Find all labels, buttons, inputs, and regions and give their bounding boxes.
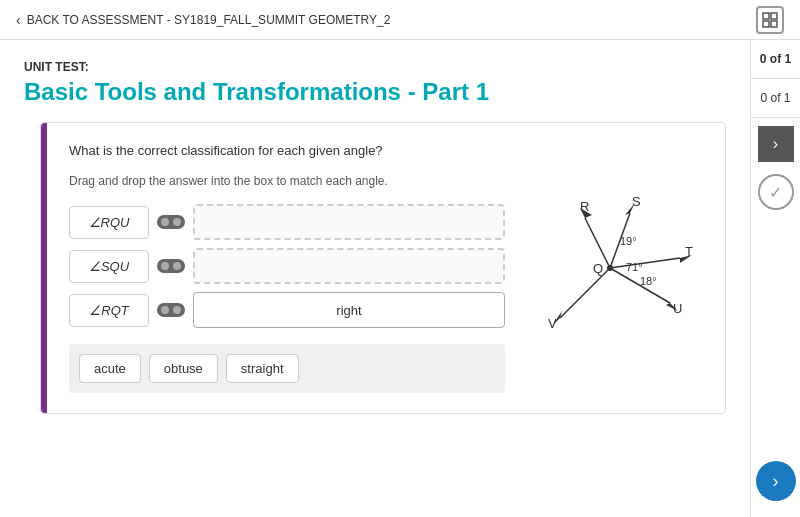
svg-text:Q: Q	[593, 261, 603, 276]
svg-line-9	[610, 258, 680, 268]
top-nav: ‹ BACK TO ASSESSMENT - SY1819_FALL_SUMMI…	[0, 0, 800, 40]
diagram-area: R S T U V Q 19° 71° 18°	[525, 143, 705, 393]
table-row: ∠RQT right	[69, 292, 505, 328]
option-acute[interactable]: acute	[79, 354, 141, 383]
back-arrow-icon: ‹	[16, 12, 21, 28]
angle-label-squ: ∠SQU	[69, 250, 149, 283]
check-button[interactable]: ✓	[758, 174, 794, 210]
expand-svg	[762, 12, 778, 28]
svg-text:S: S	[632, 194, 641, 209]
forward-button[interactable]: ›	[756, 461, 796, 501]
answer-options: acute obtuse straight	[69, 344, 505, 393]
angle-diagram: R S T U V Q 19° 71° 18°	[530, 163, 700, 343]
expand-icon[interactable]	[756, 6, 784, 34]
right-sidebar: 0 of 1 0 of 1 › ✓ ›	[750, 40, 800, 517]
score-box-1: 0 of 1	[751, 40, 800, 79]
unit-test-label: UNIT TEST:	[24, 60, 726, 74]
svg-rect-3	[771, 21, 777, 27]
table-row: ∠SQU	[69, 248, 505, 284]
svg-text:V: V	[548, 316, 557, 331]
svg-text:18°: 18°	[640, 275, 657, 287]
drop-zone-squ[interactable]	[193, 248, 505, 284]
question-card: What is the correct classification for e…	[40, 122, 726, 414]
svg-text:19°: 19°	[620, 235, 637, 247]
page-title: Basic Tools and Transformations - Part 1	[24, 78, 726, 106]
drag-instruction: Drag and drop the answer into the box to…	[69, 174, 505, 188]
drop-zone-rqt[interactable]: right	[193, 292, 505, 328]
score-box-2: 0 of 1	[751, 79, 800, 118]
next-arrow[interactable]: ›	[758, 126, 794, 162]
main-layout: UNIT TEST: Basic Tools and Transformatio…	[0, 40, 800, 517]
drag-handle-rqt[interactable]	[157, 303, 185, 317]
question-text: What is the correct classification for e…	[69, 143, 505, 158]
back-link[interactable]: ‹ BACK TO ASSESSMENT - SY1819_FALL_SUMMI…	[16, 12, 390, 28]
svg-rect-0	[763, 13, 769, 19]
svg-rect-2	[763, 21, 769, 27]
drop-zone-rqt-answer: right	[336, 303, 361, 318]
content-area: UNIT TEST: Basic Tools and Transformatio…	[0, 40, 750, 517]
drag-handle-squ[interactable]	[157, 259, 185, 273]
angle-label-rqu: ∠RQU	[69, 206, 149, 239]
svg-text:T: T	[685, 244, 693, 259]
drag-handle-rqu[interactable]	[157, 215, 185, 229]
svg-text:71°: 71°	[626, 261, 643, 273]
table-row: ∠RQU	[69, 204, 505, 240]
back-link-label: BACK TO ASSESSMENT - SY1819_FALL_SUMMIT …	[27, 13, 391, 27]
answer-rows: ∠RQU ∠SQU	[69, 204, 505, 328]
drop-zone-rqu[interactable]	[193, 204, 505, 240]
svg-text:R: R	[580, 199, 589, 214]
svg-text:U: U	[673, 301, 682, 316]
option-obtuse[interactable]: obtuse	[149, 354, 218, 383]
svg-rect-1	[771, 13, 777, 19]
angle-label-rqt: ∠RQT	[69, 294, 149, 327]
purple-bar	[41, 123, 47, 413]
option-straight[interactable]: straight	[226, 354, 299, 383]
question-left: What is the correct classification for e…	[61, 143, 505, 393]
